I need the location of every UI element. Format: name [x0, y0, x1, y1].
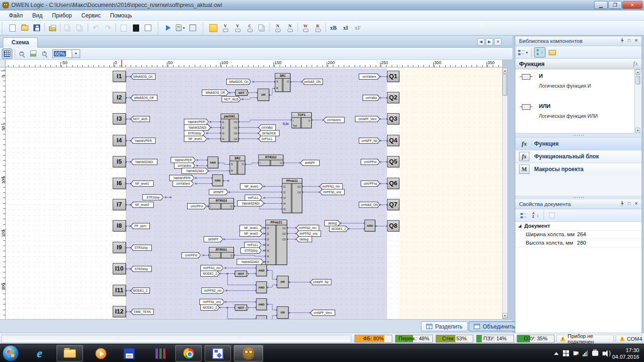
maximize-button[interactable]: ❐ — [608, 1, 622, 9]
zoom-level-input[interactable]: 60% — [52, 49, 72, 58]
signal-tag[interactable]: NF_level2 — [239, 230, 263, 237]
signal-tag[interactable]: mrFULL — [244, 242, 262, 248]
menu-Файл[interactable]: Файл — [5, 11, 27, 20]
property-row[interactable]: Высота холста, мм280 — [515, 239, 642, 247]
signal-tag[interactable]: cmVPFvr — [187, 203, 206, 209]
signal-tag[interactable]: btNASOS_Off — [131, 95, 157, 101]
library-section-header[interactable]: Функция fx — [515, 59, 642, 69]
signal-tag[interactable]: YashikSZADI — [237, 200, 264, 206]
zoom-out-button[interactable]: − — [17, 49, 27, 59]
upload-device-button[interactable]: ▼ — [175, 22, 186, 33]
menu-Помощь[interactable]: Помощь — [106, 11, 136, 20]
alphabetical-sort-button[interactable]: AZ — [530, 210, 541, 221]
signal-tag[interactable]: mrPFN1_vns — [320, 189, 345, 195]
close-panel-icon[interactable]: ✕ — [633, 38, 640, 44]
collapse-triangle-icon[interactable] — [518, 224, 521, 228]
signal-tag[interactable]: YashikSZADI — [131, 159, 157, 165]
tab-schema[interactable]: Схема — [3, 37, 38, 48]
signal-tag[interactable]: YashikVPER — [184, 119, 209, 125]
signal-tag[interactable]: strtNPF — [204, 236, 223, 242]
signal-tag[interactable]: MODE1_2 — [200, 304, 220, 311]
taskbar-chrome[interactable] — [175, 345, 202, 362]
insert-input-variable-button[interactable]: V — [220, 22, 231, 33]
signal-tag[interactable]: NF_level1 — [131, 181, 154, 187]
input-port-I6[interactable]: I6 — [113, 178, 126, 189]
logic-block-rtrig3[interactable]: RTRIG3IO — [209, 198, 234, 209]
schema-canvas[interactable]: ××××××××××××××××××××××××××××××××××××××××… — [6, 67, 502, 319]
zoom-dropdown-button[interactable]: ▼ — [72, 49, 80, 58]
signal-tag[interactable]: MODE1_2 — [131, 288, 150, 294]
logic-block-and[interactable]: AND — [256, 298, 267, 310]
logic-block-not[interactable]: NOT — [235, 271, 247, 277]
signal-tag[interactable]: NF_level2 — [131, 202, 154, 208]
signal-tag[interactable]: PF_verh — [131, 223, 150, 229]
logic-block-sr2[interactable]: SR2SRO — [230, 156, 245, 174]
library-scroll-down-icon[interactable]: ▼ — [636, 128, 640, 133]
write-var-button[interactable]: W — [300, 22, 311, 33]
signal-tag[interactable]: mrPFN1_mn — [320, 183, 343, 189]
library-scroll-thumb[interactable] — [636, 76, 640, 84]
library-item-1[interactable]: ИЛогическая функция И — [519, 73, 632, 99]
input-port-I11[interactable]: I11 — [113, 285, 126, 296]
logic-block-or[interactable]: OR — [277, 306, 289, 319]
network-signal-icon[interactable] — [583, 350, 588, 356]
insert-network-out-button[interactable]: N — [284, 22, 296, 33]
action-center-flag-icon[interactable] — [573, 351, 578, 355]
new-document-button[interactable] — [7, 22, 18, 33]
signal-tag[interactable]: mrFULL — [245, 195, 262, 201]
library-nav-fx-italic[interactable]: fxФункция — [515, 137, 642, 150]
fit-page-button[interactable] — [28, 49, 38, 59]
signal-tag[interactable]: cmYaVerx — [323, 117, 345, 123]
usb-device-icon[interactable] — [592, 351, 598, 356]
input-port-I4[interactable]: I4 — [113, 135, 126, 146]
signal-tag[interactable]: cmYaNz — [258, 124, 276, 131]
menu-Вид[interactable]: Вид — [28, 11, 47, 20]
library-nav-fx-box[interactable]: fxФункциональный блок — [515, 150, 642, 163]
logic-block-or[interactable]: OR — [257, 89, 269, 101]
logic-block-and[interactable]: AND — [256, 281, 267, 293]
input-port-I3[interactable]: I3 — [113, 113, 126, 124]
signal-tag[interactable]: mrPFN2_mn — [296, 225, 319, 231]
output-port-Q5[interactable]: Q5 — [387, 156, 399, 167]
to-bool-button[interactable]: xB — [328, 22, 339, 33]
taskbar-owen-logic[interactable] — [234, 345, 263, 362]
tray-expand-icon[interactable] — [554, 352, 559, 355]
minimize-button[interactable]: ▁ — [594, 1, 608, 9]
insert-constant-button[interactable]: C — [244, 22, 256, 33]
categorized-view-button[interactable] — [518, 210, 529, 221]
signal-tag[interactable]: ckYachOk — [258, 130, 280, 136]
start-button[interactable] — [2, 345, 19, 362]
panel-resize-grip[interactable] — [515, 133, 642, 137]
signal-tag[interactable]: STR1sloy — [142, 194, 164, 200]
output-port-Q4[interactable]: Q4 — [387, 135, 399, 146]
property-value[interactable]: 280 — [575, 239, 642, 247]
input-port-I7[interactable]: I7 — [113, 199, 126, 210]
logic-block-rtrig1[interactable]: RTRIG1IO — [209, 247, 234, 258]
signal-tag[interactable]: cmYaVerx — [359, 74, 380, 80]
property-row[interactable]: Ширина холста, мм264 — [515, 230, 642, 239]
property-value[interactable]: 264 — [575, 230, 642, 239]
signal-tag[interactable]: cmYaNz — [363, 95, 380, 101]
save-document-button[interactable] — [31, 22, 42, 33]
pin-icon[interactable]: ╄ — [619, 38, 626, 44]
signal-tag[interactable]: NF_level1 — [239, 225, 263, 231]
signal-tag[interactable]: cmNPF_Nz — [359, 138, 380, 144]
input-port-I1[interactable]: I1 — [113, 71, 126, 82]
signal-tag[interactable]: NF_level1 — [184, 136, 207, 142]
input-port-I9[interactable]: I9 — [113, 242, 126, 253]
signal-tag[interactable]: mrFULL — [258, 136, 276, 142]
output-port-Q2[interactable]: Q2 — [387, 92, 399, 103]
run-simulation-button[interactable] — [163, 22, 174, 33]
signal-tag[interactable]: NOT_AUS — [222, 96, 241, 102]
taskbar-media-player[interactable] — [91, 345, 111, 362]
insert-output-variable-button[interactable]: V — [232, 22, 243, 33]
variables-table-button[interactable] — [142, 22, 154, 33]
input-port-I10[interactable]: I10 — [113, 263, 126, 274]
highlight-button[interactable] — [207, 22, 219, 33]
tray-windows-icon[interactable] — [563, 350, 569, 356]
signal-tag[interactable]: STR2sloy — [131, 266, 152, 272]
signal-tag[interactable]: mrPFN2_vns — [296, 230, 321, 237]
status-alert-2[interactable]: COM4 — [616, 335, 642, 343]
signal-tag[interactable]: STR1sloy — [131, 245, 152, 251]
output-port-Q7[interactable]: Q7 — [387, 199, 399, 210]
